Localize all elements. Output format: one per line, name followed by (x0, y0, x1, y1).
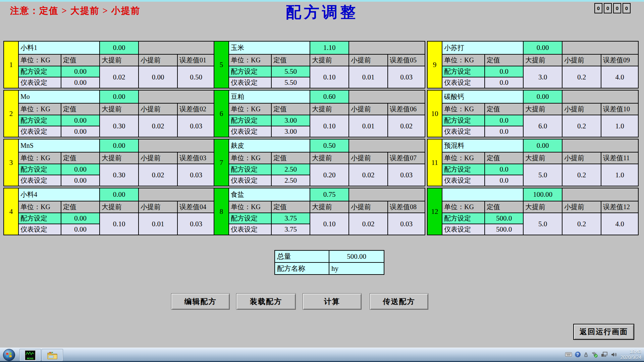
recipe-set-label: 配方设定 (18, 66, 61, 77)
error-value[interactable]: 0.50 (177, 66, 215, 88)
big-advance-value[interactable]: 0.02 (100, 66, 139, 88)
edit-recipe-button[interactable]: 编辑配方 (171, 293, 230, 310)
error-value[interactable]: 0.02 (388, 115, 425, 137)
col-header-error: 误差值02 (177, 103, 215, 115)
big-advance-value[interactable]: 6.0 (523, 115, 562, 137)
start-button[interactable] (3, 349, 15, 361)
calculate-button[interactable]: 计算 (303, 293, 362, 310)
small-advance-value[interactable]: 0.02 (349, 164, 388, 186)
recipe-set-value[interactable]: 3.00 (271, 115, 310, 126)
meter-set-label: 仪表设定 (18, 175, 61, 186)
small-advance-value[interactable]: 0.01 (349, 66, 388, 88)
volume-icon[interactable] (611, 352, 618, 357)
recipe-set-value[interactable]: 0.00 (61, 66, 100, 77)
error-value[interactable]: 1.0 (601, 115, 638, 137)
small-advance-value[interactable]: 0.02 (139, 164, 177, 186)
recipe-set-value[interactable]: 0.00 (61, 213, 100, 224)
big-advance-value[interactable]: 3.0 (523, 66, 562, 88)
recipe-set-value[interactable]: 0.0 (485, 115, 523, 126)
error-value[interactable]: 0.03 (388, 213, 425, 235)
total-weight-label: 总量 (275, 250, 329, 262)
error-value[interactable]: 4.0 (601, 66, 638, 88)
taskbar-app-mcgs[interactable]: MCGS (19, 349, 41, 361)
big-advance-value[interactable]: 5.0 (523, 213, 562, 235)
setpoint-display[interactable]: 0.00 (100, 188, 139, 201)
col-header-setvalue: 定值 (271, 152, 310, 164)
recipe-set-value[interactable]: 0.0 (485, 66, 523, 77)
small-advance-value[interactable]: 0.02 (139, 115, 177, 137)
error-value[interactable]: 0.03 (177, 213, 215, 235)
big-advance-value[interactable]: 0.10 (310, 213, 349, 235)
recipe-panel-3: 3 MnS 0.00 单位：KG 定值 大提前 小提前 误差值03 配方设定 0… (3, 139, 215, 186)
col-header-small-advance: 小提前 (349, 201, 388, 213)
big-advance-value[interactable]: 5.0 (523, 164, 562, 186)
col-header-unit: 单位：KG (18, 152, 61, 164)
small-advance-value[interactable]: 0.00 (139, 66, 177, 88)
back-to-run-screen-button[interactable]: 返回运行画面 (573, 324, 634, 340)
hidden-icons-expander-icon[interactable] (584, 352, 588, 357)
col-header-big-advance: 大提前 (100, 201, 139, 213)
setpoint-display[interactable]: 0.00 (523, 41, 562, 54)
taskbar-clock[interactable]: 18:43 2020/9/24 (621, 349, 641, 360)
small-advance-value[interactable]: 0.01 (349, 115, 388, 137)
network-status-icon[interactable] (601, 352, 608, 357)
recipe-set-label: 配方设定 (442, 115, 485, 126)
small-advance-value[interactable]: 0.2 (562, 164, 601, 186)
recipe-name-value[interactable]: hy (329, 262, 384, 275)
small-advance-value[interactable]: 0.02 (349, 213, 388, 235)
big-advance-value[interactable]: 0.10 (310, 115, 349, 137)
col-header-small-advance: 小提前 (139, 103, 177, 115)
recipe-set-value[interactable]: 3.75 (271, 213, 310, 224)
panel-spacer (349, 139, 425, 152)
error-value[interactable]: 0.03 (388, 164, 425, 186)
setpoint-display[interactable]: 0.00 (523, 90, 562, 103)
panel-number: 5 (214, 41, 229, 88)
recipe-set-value[interactable]: 500.0 (485, 213, 523, 224)
col-header-error: 误差值07 (388, 152, 425, 164)
recipe-panel-8: 8 食盐 0.75 单位：KG 定值 大提前 小提前 误差值08 配方设定 3.… (214, 188, 425, 235)
setpoint-display[interactable]: 0.00 (100, 139, 139, 152)
setpoint-display[interactable]: 100.00 (523, 188, 562, 201)
setpoint-display[interactable]: 0.50 (310, 139, 349, 152)
error-value[interactable]: 0.03 (177, 115, 215, 137)
error-value[interactable]: 4.0 (601, 213, 638, 235)
setpoint-display[interactable]: 0.00 (523, 139, 562, 152)
recipe-panel-7: 7 麸皮 0.50 单位：KG 定值 大提前 小提前 误差值07 配方设定 2.… (214, 139, 425, 186)
small-advance-value[interactable]: 0.2 (562, 213, 601, 235)
keyboard-layout-icon[interactable] (565, 352, 572, 357)
recipe-set-value[interactable]: 0.00 (61, 115, 100, 126)
setpoint-display[interactable]: 0.75 (310, 188, 349, 201)
recipe-set-value[interactable]: 2.50 (271, 164, 310, 175)
recipe-set-value[interactable]: 0.00 (61, 164, 100, 175)
recipe-set-value[interactable]: 5.50 (271, 66, 310, 77)
big-advance-value[interactable]: 0.10 (100, 213, 139, 235)
error-value[interactable]: 0.03 (177, 164, 215, 186)
small-advance-value[interactable]: 0.01 (139, 213, 177, 235)
big-advance-value[interactable]: 0.10 (310, 66, 349, 88)
load-recipe-button[interactable]: 装载配方 (236, 293, 296, 310)
taskbar-app-explorer[interactable] (42, 349, 63, 361)
counter-box: 0 (604, 3, 612, 13)
small-advance-value[interactable]: 0.2 (562, 115, 601, 137)
setpoint-display[interactable]: 0.00 (100, 41, 139, 54)
meter-set-label: 仪表设定 (442, 126, 485, 137)
recipe-set-value[interactable]: 0.0 (485, 164, 523, 175)
send-recipe-button[interactable]: 传送配方 (370, 293, 428, 310)
setpoint-display[interactable]: 0.60 (310, 90, 349, 103)
mcgs-app-icon: MCGS (24, 350, 36, 361)
help-icon[interactable]: ? (575, 352, 581, 357)
setpoint-display[interactable]: 1.10 (310, 41, 349, 54)
small-advance-value[interactable]: 0.2 (562, 66, 601, 88)
col-header-setvalue: 定值 (271, 103, 310, 115)
total-weight-value[interactable]: 500.00 (329, 250, 384, 262)
usb-device-icon[interactable] (591, 351, 598, 358)
big-advance-value[interactable]: 0.20 (310, 164, 349, 186)
col-header-big-advance: 大提前 (310, 103, 349, 115)
col-header-small-advance: 小提前 (562, 103, 601, 115)
big-advance-value[interactable]: 0.30 (100, 115, 139, 137)
error-value[interactable]: 1.0 (601, 164, 638, 186)
big-advance-value[interactable]: 0.30 (100, 164, 139, 186)
error-value[interactable]: 0.03 (388, 66, 425, 88)
ingredient-name: 预混料 (442, 139, 523, 152)
setpoint-display[interactable]: 0.00 (100, 90, 139, 103)
